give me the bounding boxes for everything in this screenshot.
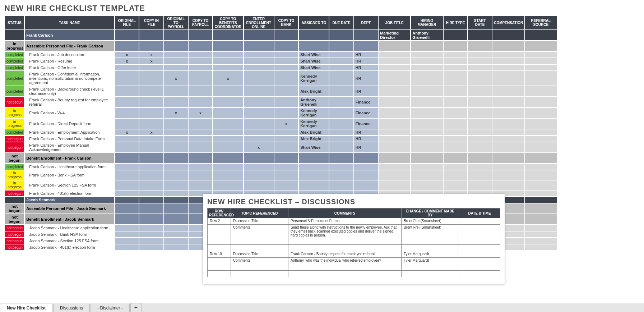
mark-cell[interactable] <box>274 136 298 142</box>
mark-cell[interactable] <box>115 142 139 153</box>
mark-cell[interactable] <box>139 190 163 197</box>
mark-cell[interactable] <box>115 231 139 238</box>
column-header[interactable]: COMPENSATION <box>492 15 524 30</box>
mark-cell[interactable] <box>139 86 163 97</box>
mark-cell[interactable] <box>213 129 243 136</box>
mark-cell[interactable] <box>164 244 188 251</box>
mark-cell[interactable] <box>139 170 163 180</box>
status-cell[interactable]: in progress <box>5 41 24 51</box>
mark-cell[interactable] <box>139 225 163 231</box>
mark-cell[interactable] <box>188 71 213 86</box>
status-cell[interactable]: completed <box>5 51 24 58</box>
mark-cell[interactable] <box>213 118 243 129</box>
column-header[interactable]: COPY TO BANK <box>274 15 298 30</box>
mark-cell[interactable]: x <box>115 51 139 58</box>
mark-cell[interactable] <box>164 225 188 231</box>
mark-cell[interactable] <box>139 164 163 170</box>
mark-cell[interactable] <box>188 170 213 180</box>
status-cell[interactable]: completed <box>5 64 24 71</box>
column-header[interactable]: REFERRAL SOURCE <box>525 15 557 30</box>
status-cell[interactable]: not begun <box>5 231 24 238</box>
mark-cell[interactable] <box>139 107 163 118</box>
mark-cell[interactable] <box>244 107 274 118</box>
mark-cell[interactable] <box>244 136 274 142</box>
mark-cell[interactable] <box>274 164 298 170</box>
mark-cell[interactable] <box>244 51 274 58</box>
status-cell[interactable]: completed <box>5 86 24 97</box>
mark-cell[interactable] <box>274 86 298 97</box>
mark-cell[interactable] <box>274 71 298 86</box>
mark-cell[interactable] <box>115 225 139 231</box>
column-header[interactable]: ENTER ENROLLMENT ONLINE <box>244 15 274 30</box>
mark-cell[interactable] <box>164 180 188 190</box>
mark-cell[interactable] <box>244 170 274 180</box>
mark-cell[interactable] <box>213 136 243 142</box>
mark-cell[interactable] <box>213 170 243 180</box>
mark-cell[interactable] <box>213 86 243 97</box>
mark-cell[interactable] <box>115 64 139 71</box>
mark-cell[interactable] <box>274 97 298 107</box>
mark-cell[interactable] <box>164 118 188 129</box>
mark-cell[interactable] <box>244 180 274 190</box>
mark-cell[interactable] <box>213 51 243 58</box>
status-cell[interactable]: not begun <box>5 190 24 197</box>
mark-cell[interactable]: x <box>164 107 188 118</box>
mark-cell[interactable] <box>188 180 213 190</box>
mark-cell[interactable] <box>244 64 274 71</box>
mark-cell[interactable] <box>115 238 139 244</box>
mark-cell[interactable] <box>188 129 213 136</box>
mark-cell[interactable] <box>213 58 243 64</box>
status-cell[interactable]: in progress <box>5 180 24 190</box>
mark-cell[interactable] <box>244 71 274 86</box>
mark-cell[interactable] <box>274 58 298 64</box>
mark-cell[interactable] <box>139 118 163 129</box>
mark-cell[interactable]: x <box>115 129 139 136</box>
status-cell[interactable]: not begun <box>5 244 24 251</box>
mark-cell[interactable] <box>164 170 188 180</box>
column-header[interactable]: HIRE TYPE <box>443 15 468 30</box>
mark-cell[interactable] <box>139 142 163 153</box>
mark-cell[interactable] <box>188 136 213 142</box>
mark-cell[interactable] <box>188 64 213 71</box>
column-header[interactable]: COPY IN FILE <box>139 15 163 30</box>
mark-cell[interactable] <box>274 180 298 190</box>
mark-cell[interactable] <box>115 136 139 142</box>
column-header[interactable]: START DATE <box>468 15 492 30</box>
mark-cell[interactable]: x <box>139 51 163 58</box>
status-cell[interactable]: not begun <box>5 214 24 225</box>
status-cell[interactable]: completed <box>5 129 24 136</box>
mark-cell[interactable] <box>139 244 163 251</box>
mark-cell[interactable] <box>274 64 298 71</box>
mark-cell[interactable] <box>244 164 274 170</box>
mark-cell[interactable]: x <box>274 118 298 129</box>
mark-cell[interactable] <box>139 180 163 190</box>
mark-cell[interactable] <box>188 142 213 153</box>
status-cell[interactable]: completed <box>5 58 24 64</box>
mark-cell[interactable] <box>115 97 139 107</box>
status-cell[interactable]: not begun <box>5 238 24 244</box>
column-header[interactable]: ORIGINAL TO PAYROLL <box>164 15 188 30</box>
mark-cell[interactable] <box>115 170 139 180</box>
status-cell[interactable]: in progress <box>5 118 24 129</box>
status-cell[interactable]: not begun <box>5 142 24 153</box>
mark-cell[interactable] <box>164 64 188 71</box>
mark-cell[interactable]: x <box>188 107 213 118</box>
mark-cell[interactable] <box>274 142 298 153</box>
mark-cell[interactable] <box>139 64 163 71</box>
column-header[interactable]: DEPT <box>354 15 378 30</box>
mark-cell[interactable] <box>244 97 274 107</box>
mark-cell[interactable] <box>213 164 243 170</box>
mark-cell[interactable] <box>164 190 188 197</box>
mark-cell[interactable] <box>188 97 213 107</box>
mark-cell[interactable] <box>164 164 188 170</box>
mark-cell[interactable] <box>164 142 188 153</box>
mark-cell[interactable]: x <box>115 58 139 64</box>
mark-cell[interactable] <box>139 231 163 238</box>
mark-cell[interactable] <box>244 129 274 136</box>
mark-cell[interactable] <box>244 58 274 64</box>
mark-cell[interactable] <box>244 118 274 129</box>
mark-cell[interactable] <box>139 238 163 244</box>
mark-cell[interactable] <box>115 180 139 190</box>
mark-cell[interactable] <box>213 64 243 71</box>
column-header[interactable]: COPY TO PAYROLL <box>188 15 213 30</box>
